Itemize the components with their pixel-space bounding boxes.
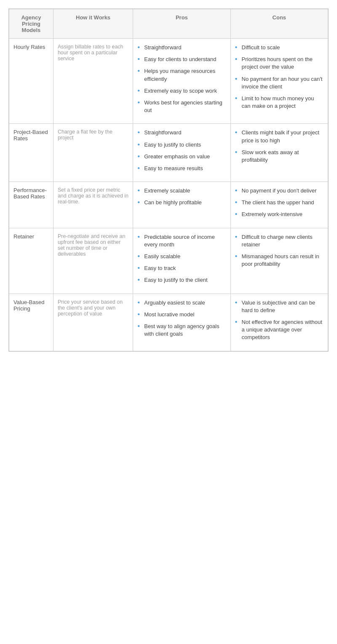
con-item: Not effective for agencies without a uni… bbox=[235, 318, 324, 342]
con-item: Value is subjective and can be hard to d… bbox=[235, 299, 324, 314]
header-model: Agency Pricing Models bbox=[9, 9, 53, 39]
cell-how-it-works: Set a fixed price per metric and charge … bbox=[53, 182, 133, 228]
cell-how-it-works: Pre-negotiate and receive an upfront fee… bbox=[53, 228, 133, 294]
table-row: RetainerPre-negotiate and receive an upf… bbox=[9, 228, 328, 294]
header-cons: Cons bbox=[230, 9, 328, 39]
pro-item: Easy to measure results bbox=[137, 165, 226, 172]
cell-cons: Difficult to scalePrioritizes hours spen… bbox=[230, 39, 328, 124]
con-item: The client has the upper hand bbox=[235, 199, 324, 206]
pro-item: Arguably easiest to scale bbox=[137, 299, 226, 307]
cell-cons: Value is subjective and can be hard to d… bbox=[230, 294, 328, 351]
cell-model: Performance-Based Rates bbox=[9, 182, 53, 228]
con-item: Limit to how much money you can make on … bbox=[235, 95, 324, 110]
cell-model: Retainer bbox=[9, 228, 53, 294]
pro-item: Easy to track bbox=[137, 265, 226, 272]
cell-cons: Difficult to charge new clients retainer… bbox=[230, 228, 328, 294]
con-item: No payment for an hour you can't invoice… bbox=[235, 75, 324, 91]
table-row: Project-Based RatesCharge a flat fee by … bbox=[9, 124, 328, 182]
cell-pros: Arguably easiest to scaleMost lucrative … bbox=[133, 294, 230, 351]
header-pros: Pros bbox=[133, 9, 230, 39]
table-row: Value-Based PricingPrice your service ba… bbox=[9, 294, 328, 351]
pricing-table: Agency Pricing Models How it Works Pros … bbox=[9, 9, 328, 351]
pro-item: Straightforward bbox=[137, 129, 226, 136]
cell-how-it-works: Assign billable rates to each hour spent… bbox=[53, 39, 133, 124]
header-how-it-works: How it Works bbox=[53, 9, 133, 39]
table-row: Performance-Based RatesSet a fixed price… bbox=[9, 182, 328, 228]
pro-item: Greater emphasis on value bbox=[137, 153, 226, 160]
cell-pros: Predictable source of income every month… bbox=[133, 228, 230, 294]
pro-item: Can be highly profitable bbox=[137, 199, 226, 206]
cell-model: Hourly Rates bbox=[9, 39, 53, 124]
pro-item: Works best for agencies starting out bbox=[137, 99, 226, 114]
con-item: Difficult to charge new clients retainer bbox=[235, 233, 324, 249]
cell-model: Value-Based Pricing bbox=[9, 294, 53, 351]
con-item: Prioritizes hours spent on the project o… bbox=[235, 56, 324, 71]
pro-item: Easy to justify to clients bbox=[137, 141, 226, 149]
cell-pros: Extremely scalableCan be highly profitab… bbox=[133, 182, 230, 228]
cell-cons: No payment if you don't deliverThe clien… bbox=[230, 182, 328, 228]
cell-cons: Clients might balk if your project price… bbox=[230, 124, 328, 182]
pro-item: Extremely scalable bbox=[137, 187, 226, 195]
table-header-row: Agency Pricing Models How it Works Pros … bbox=[9, 9, 328, 39]
pro-item: Extremely easy to scope work bbox=[137, 87, 226, 95]
pro-item: Most lucrative model bbox=[137, 311, 226, 318]
pro-item: Helps you manage resources efficiently bbox=[137, 67, 226, 83]
pro-item: Easy to justify to the client bbox=[137, 276, 226, 284]
con-item: Mismanaged hours can result in poor prof… bbox=[235, 253, 324, 268]
pro-item: Straightforward bbox=[137, 44, 226, 51]
cell-pros: StraightforwardEasy for clients to under… bbox=[133, 39, 230, 124]
con-item: No payment if you don't deliver bbox=[235, 187, 324, 195]
cell-model: Project-Based Rates bbox=[9, 124, 53, 182]
pro-item: Easy for clients to understand bbox=[137, 56, 226, 63]
pro-item: Predictable source of income every month bbox=[137, 233, 226, 249]
con-item: Slow work eats away at profitability bbox=[235, 149, 324, 164]
con-item: Difficult to scale bbox=[235, 44, 324, 51]
con-item: Extremely work-intensive bbox=[235, 211, 324, 218]
con-item: Clients might balk if your project price… bbox=[235, 129, 324, 144]
cell-how-it-works: Price your service based on the client's… bbox=[53, 294, 133, 351]
pro-item: Best way to align agency goals with clie… bbox=[137, 323, 226, 338]
table-row: Hourly RatesAssign billable rates to eac… bbox=[9, 39, 328, 124]
cell-pros: StraightforwardEasy to justify to client… bbox=[133, 124, 230, 182]
pricing-table-wrapper: Agency Pricing Models How it Works Pros … bbox=[8, 8, 329, 352]
pro-item: Easily scalable bbox=[137, 253, 226, 260]
cell-how-it-works: Charge a flat fee by the project bbox=[53, 124, 133, 182]
